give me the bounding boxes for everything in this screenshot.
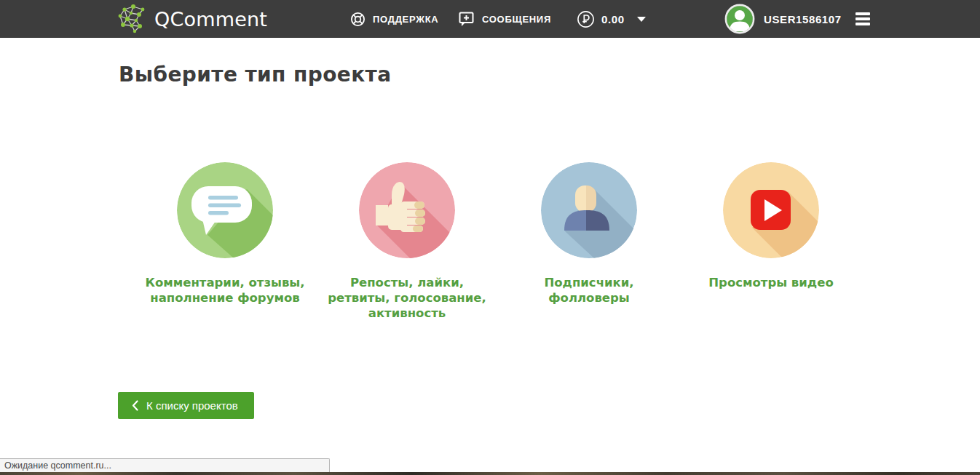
balance-dropdown[interactable]: 0.00 — [577, 0, 646, 38]
brand-logo-link[interactable]: QComment — [116, 0, 267, 38]
chevron-down-icon — [637, 17, 646, 22]
qcomment-network-logo-icon — [116, 4, 148, 34]
tile-label-likes-reposts: Репосты, лайки, ретвиты, голосование, ак… — [321, 275, 493, 321]
user-silhouette-icon — [541, 162, 637, 258]
message-plus-icon — [459, 12, 475, 27]
user-menu[interactable]: USER1586107 — [724, 0, 870, 38]
tile-label-comments: Комментарии, отзывы, наполнение форумов — [139, 275, 311, 306]
tile-label-followers: Подписчики, фолловеры — [503, 275, 675, 306]
project-type-tile-likes-reposts[interactable]: Репосты, лайки, ретвиты, голосование, ак… — [316, 162, 498, 321]
brand-title: QComment — [154, 8, 267, 31]
page-title: Выберите тип проекта — [119, 63, 392, 87]
project-type-tile-comments[interactable]: Комментарии, отзывы, наполнение форумов — [134, 162, 316, 321]
video-play-icon — [723, 162, 819, 258]
chevron-left-icon — [132, 400, 138, 411]
project-type-tile-followers[interactable]: Подписчики, фолловеры — [498, 162, 680, 321]
back-button-label: К списку проектов — [146, 399, 238, 412]
tile-label-video-views: Просмотры видео — [708, 275, 833, 290]
balance-amount: 0.00 — [601, 13, 625, 25]
hamburger-menu-icon[interactable] — [855, 12, 870, 25]
top-navbar: QComment ПОДДЕРЖКА СООБЩЕНИЯ 0.00 — [0, 0, 980, 38]
username-label: USER1586107 — [764, 13, 842, 25]
lifebuoy-icon — [349, 11, 366, 28]
browser-status-tooltip: Ожидание qcomment.ru... — [0, 458, 330, 472]
nav-support-link[interactable]: ПОДДЕРЖКА — [349, 0, 438, 38]
desktop-background-strip — [0, 472, 980, 475]
nav-messages-label: СООБЩЕНИЯ — [482, 14, 551, 25]
back-to-projects-button[interactable]: К списку проектов — [118, 392, 254, 419]
ruble-icon — [577, 10, 595, 28]
project-type-tiles: Комментарии, отзывы, наполнение форумов … — [134, 162, 862, 321]
avatar — [724, 4, 755, 34]
nav-messages-link[interactable]: СООБЩЕНИЯ — [459, 0, 551, 38]
nav-support-label: ПОДДЕРЖКА — [373, 14, 438, 25]
speech-bubble-icon — [177, 162, 273, 258]
project-type-tile-video-views[interactable]: Просмотры видео — [680, 162, 862, 321]
thumbs-up-icon — [359, 162, 455, 258]
